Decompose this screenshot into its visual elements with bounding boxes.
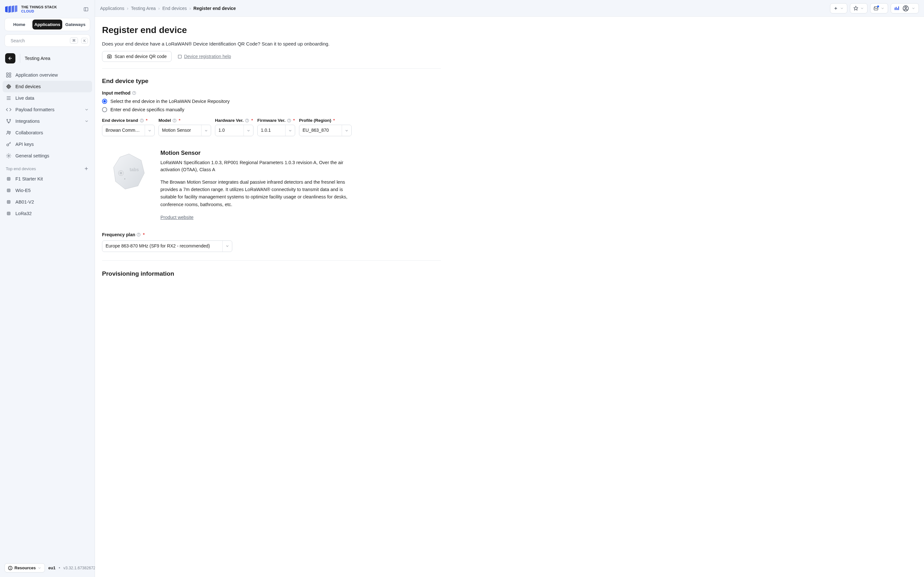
top-devices-label: Top end devices — [6, 166, 36, 171]
device-description: The Browan Motion Sensor integrates dual… — [160, 179, 356, 208]
radio-repository[interactable] — [102, 99, 107, 104]
radio-manual[interactable] — [102, 107, 107, 112]
svg-rect-10 — [8, 86, 9, 87]
tab-home[interactable]: Home — [6, 19, 32, 29]
resources-label: Resources — [15, 566, 36, 570]
collapse-sidebar-button[interactable] — [82, 5, 90, 13]
sidebar: THE THINGS STACK CLOUD Home Applications… — [0, 0, 95, 577]
top-device-item[interactable]: Wio-E5 — [3, 185, 92, 196]
search-input[interactable] — [11, 38, 67, 43]
chevron-down-icon — [201, 125, 211, 136]
svg-rect-32 — [8, 201, 9, 203]
sidebar-item-label: LoRa32 — [15, 211, 32, 216]
breadcrumb-app[interactable]: Testing Area — [131, 6, 156, 11]
sidebar-item-integrations[interactable]: Integrations — [3, 115, 92, 127]
fw-label: Firmware Ver. — [257, 118, 286, 123]
help-circle-icon[interactable] — [132, 91, 136, 95]
brand-select[interactable]: Browan Commu… — [102, 125, 155, 136]
model-value: Motion Sensor — [159, 125, 201, 136]
frequency-plan-select[interactable]: Europe 863-870 MHz (SF9 for RX2 - recomm… — [102, 240, 232, 252]
search-box[interactable]: ⌘ K — [5, 34, 90, 47]
svg-rect-42 — [896, 7, 897, 10]
cluster-id: eu1 — [48, 566, 55, 570]
kbd-cmd: ⌘ — [70, 37, 78, 44]
sidebar-item-live-data[interactable]: Live data — [3, 92, 92, 104]
account-menu-button[interactable] — [891, 3, 919, 13]
notification-dot — [877, 5, 879, 7]
sidebar-item-collaborators[interactable]: Collaborators — [3, 127, 92, 139]
code-icon — [6, 107, 11, 113]
scan-qr-button[interactable]: Scan end device QR code — [102, 51, 172, 62]
radio-repository-label: Select the end device in the LoRaWAN Dev… — [110, 99, 230, 104]
svg-rect-5 — [6, 73, 8, 74]
device-registration-help-link[interactable]: Device registration help — [178, 54, 231, 59]
sidebar-item-end-devices[interactable]: End devices — [3, 81, 92, 92]
profile-select[interactable]: EU_863_870 — [299, 125, 352, 136]
inbox-button[interactable] — [870, 3, 888, 13]
svg-rect-33 — [7, 212, 10, 215]
brand-line1: THE THINGS STACK — [21, 5, 57, 9]
top-device-item[interactable]: AB01-V2 — [3, 196, 92, 208]
product-website-link[interactable]: Product website — [160, 215, 194, 220]
tab-gateways[interactable]: Gateways — [62, 19, 89, 29]
chevron-down-icon — [840, 6, 844, 10]
hw-label: Hardware Ver. — [215, 118, 244, 123]
org-logo-icon — [894, 6, 900, 11]
grid-icon — [6, 72, 11, 78]
chevron-down-icon — [881, 6, 885, 10]
chevron-down-icon — [37, 566, 41, 570]
section-end-device-type: End device type — [102, 77, 441, 85]
sidebar-item-overview[interactable]: Application overview — [3, 69, 92, 81]
star-icon — [853, 6, 858, 11]
gear-icon — [6, 153, 11, 159]
star-menu-button[interactable] — [850, 3, 867, 13]
help-circle-icon[interactable] — [245, 118, 249, 123]
user-circle-icon — [903, 5, 909, 11]
add-device-button[interactable] — [84, 166, 89, 171]
panel-left-icon — [83, 7, 89, 12]
svg-point-59 — [120, 172, 122, 174]
top-device-item[interactable]: LoRa32 — [3, 208, 92, 219]
brand-logo-icon — [5, 5, 19, 13]
profile-value: EU_863_870 — [299, 125, 342, 136]
branch-icon — [6, 118, 11, 124]
top-device-item[interactable]: F1 Starter Kit — [3, 173, 92, 185]
svg-point-61 — [124, 179, 126, 179]
model-label: Model — [158, 118, 171, 123]
sidebar-item-payload[interactable]: Payload formatters — [3, 104, 92, 115]
help-circle-icon[interactable] — [140, 118, 144, 123]
help-circle-icon[interactable] — [172, 118, 177, 123]
breadcrumbs: Applications › Testing Area › End device… — [100, 6, 236, 11]
brand[interactable]: THE THINGS STACK CLOUD — [5, 4, 90, 18]
chevron-down-icon — [84, 107, 89, 112]
svg-text:tabs: tabs — [129, 167, 139, 172]
tab-applications[interactable]: Applications — [32, 19, 62, 29]
svg-rect-30 — [8, 190, 9, 191]
svg-point-46 — [905, 6, 906, 8]
svg-marker-40 — [854, 6, 858, 10]
svg-rect-41 — [895, 7, 895, 10]
key-icon — [6, 141, 11, 147]
context-app-name[interactable]: Testing Area — [25, 56, 50, 61]
back-button[interactable] — [5, 53, 15, 63]
hw-select[interactable]: 1.0 — [215, 125, 254, 136]
model-select[interactable]: Motion Sensor — [158, 125, 211, 136]
sidebar-item-label: End devices — [15, 84, 41, 89]
help-circle-icon[interactable] — [287, 118, 291, 123]
svg-rect-27 — [7, 177, 10, 181]
breadcrumb-end-devices[interactable]: End devices — [162, 6, 187, 11]
input-method-label: Input method — [102, 90, 131, 95]
sidebar-item-api-keys[interactable]: API keys — [3, 139, 92, 150]
sidebar-item-general-settings[interactable]: General settings — [3, 150, 92, 161]
section-provisioning: Provisioning information — [102, 270, 441, 277]
fw-select[interactable]: 1.0.1 — [257, 125, 295, 136]
main-tabs: Home Applications Gateways — [5, 18, 90, 31]
sidebar-item-label: Integrations — [15, 119, 40, 124]
resources-button[interactable]: Resources — [5, 563, 45, 572]
breadcrumb-applications[interactable]: Applications — [100, 6, 124, 11]
add-menu-button[interactable] — [830, 3, 847, 13]
help-circle-icon[interactable] — [136, 232, 141, 237]
sidebar-item-label: Collaborators — [15, 130, 43, 135]
chevron-down-icon — [342, 125, 351, 136]
freq-label: Frequency plan — [102, 232, 135, 237]
